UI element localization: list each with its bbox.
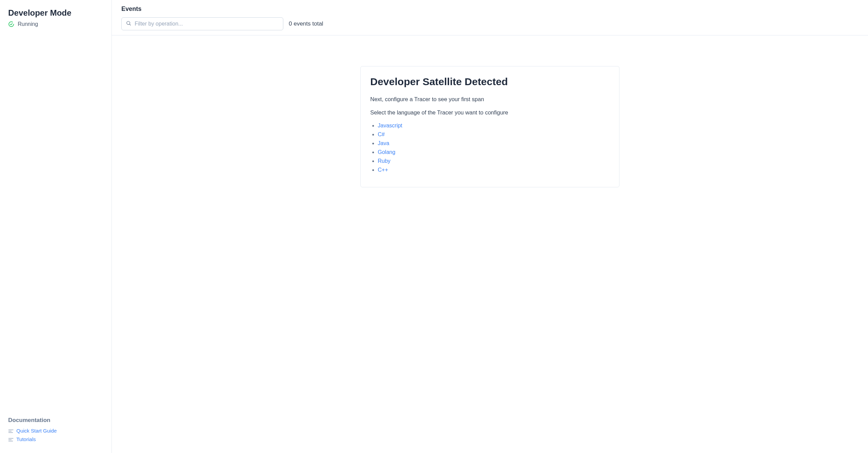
content-area: Developer Satellite Detected Next, confi… (112, 35, 868, 453)
sidebar-footer: Documentation Quick Start Guide Tutorial… (8, 417, 103, 445)
lang-link-csharp[interactable]: C# (378, 131, 385, 137)
sidebar-header: Developer Mode Running (8, 8, 103, 27)
sidebar-title: Developer Mode (8, 8, 103, 18)
list-item: Ruby (378, 157, 610, 165)
sidebar-spacer (8, 27, 103, 417)
card-line2: Select the language of the Tracer you wa… (370, 108, 610, 117)
satellite-detected-card: Developer Satellite Detected Next, confi… (360, 66, 619, 187)
list-item: C++ (378, 166, 610, 174)
documentation-heading: Documentation (8, 417, 103, 424)
search-icon (126, 20, 135, 27)
doc-link-quick-start[interactable]: Quick Start Guide (16, 428, 57, 434)
doc-link-row: Quick Start Guide (8, 428, 103, 434)
card-title: Developer Satellite Detected (370, 76, 610, 88)
list-item: Golang (378, 148, 610, 156)
lang-link-golang[interactable]: Golang (378, 149, 395, 155)
list-item: Javascript (378, 122, 610, 130)
sidebar: Developer Mode Running Documentation Qui… (0, 0, 112, 453)
filter-input-wrapper[interactable] (121, 17, 283, 30)
lang-link-javascript[interactable]: Javascript (378, 123, 402, 128)
status-label: Running (18, 21, 38, 27)
svg-line-7 (130, 24, 131, 25)
main: Events 0 events total Developer Satellit… (112, 0, 868, 453)
top-bar: Events 0 events total (112, 0, 868, 35)
language-list: Javascript C# Java Golang Ruby C++ (370, 122, 610, 174)
doc-link-tutorials[interactable]: Tutorials (16, 436, 36, 442)
status-row: Running (8, 21, 103, 27)
events-count: 0 events total (289, 20, 323, 27)
lang-link-ruby[interactable]: Ruby (378, 158, 390, 164)
list-item: Java (378, 139, 610, 147)
doc-link-row: Tutorials (8, 436, 103, 442)
doc-lines-icon (8, 428, 14, 433)
card-line1: Next, configure a Tracer to see your fir… (370, 95, 610, 104)
lang-link-java[interactable]: Java (378, 140, 389, 146)
filter-row: 0 events total (121, 17, 858, 30)
filter-input[interactable] (135, 21, 279, 27)
list-item: C# (378, 130, 610, 139)
doc-lines-icon (8, 437, 14, 442)
events-heading: Events (121, 5, 858, 13)
lang-link-cpp[interactable]: C++ (378, 167, 388, 173)
status-running-icon (8, 21, 14, 27)
